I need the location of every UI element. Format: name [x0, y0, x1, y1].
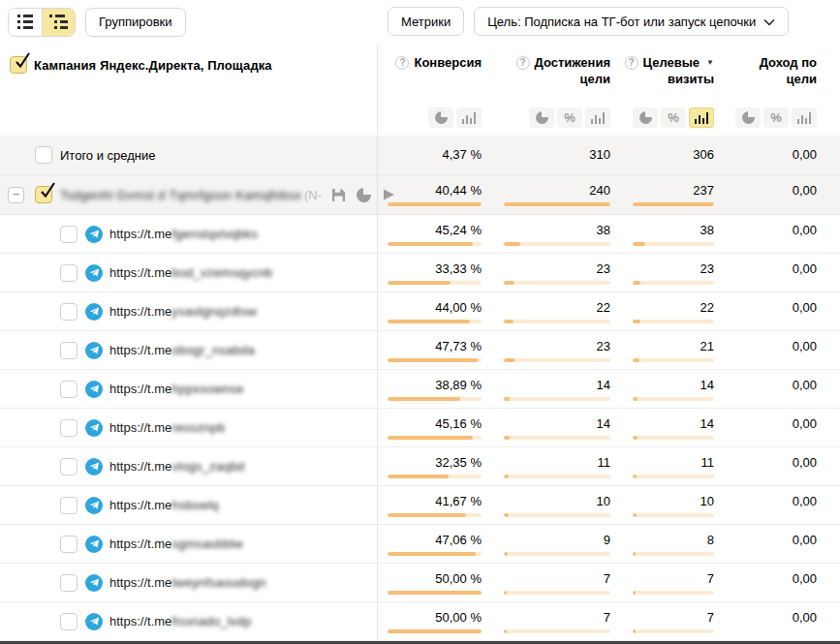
toolbar: Группировки Метрики Цель: Подписка на ТГ…: [0, 0, 840, 44]
percent-toggle[interactable]: %: [763, 107, 789, 128]
column-title[interactable]: Целевые: [643, 54, 700, 71]
percent-toggle[interactable]: %: [661, 107, 686, 128]
metrica-report: Группировки Метрики Цель: Подписка на ТГ…: [0, 0, 840, 644]
row-checkbox[interactable]: [60, 419, 78, 437]
column-title[interactable]: Достижения: [535, 54, 610, 71]
goal-visits-value: 23: [700, 261, 714, 277]
help-icon[interactable]: ?: [516, 56, 530, 70]
telegram-icon: [85, 497, 103, 514]
check-icon: [13, 52, 31, 71]
pie-chart-toggle[interactable]: [633, 107, 658, 128]
column-title-line2[interactable]: визиты: [668, 71, 714, 87]
platform-link[interactable]: https://t.meysaolgnqzdtsw: [109, 304, 257, 319]
goal-visits-value: 306: [693, 147, 714, 163]
totals-checkbox[interactable]: [35, 146, 52, 164]
bar-chart-toggle[interactable]: [456, 107, 482, 128]
conversion-value: 47,06 %: [435, 533, 482, 548]
conversion-value: 45,24 %: [435, 223, 482, 238]
percent-toggle[interactable]: %: [557, 107, 582, 128]
value-bar: [633, 242, 714, 246]
pie-chart-toggle[interactable]: [428, 107, 453, 128]
table-row: https://t.mesgmsasbblw 47,06 % 9 8 0,00: [0, 525, 840, 564]
groupings-button[interactable]: Группировки: [85, 8, 186, 37]
goal-visits-value: 237: [693, 183, 714, 199]
table-row: https://t.mebod_vzemsqycnb 33,33 % 23 23…: [0, 254, 840, 292]
column-header-conversion: ?Конверсия: [378, 44, 491, 136]
row-checkbox[interactable]: [60, 458, 78, 475]
totals-label: Итого и средние: [60, 148, 155, 163]
row-checkbox[interactable]: [60, 342, 78, 359]
goal-reaches-value: 14: [597, 378, 610, 393]
column-title[interactable]: Конверсия: [414, 54, 482, 71]
platform-link[interactable]: https://t.mefgenstqxlvqbks: [109, 227, 258, 241]
metrics-button[interactable]: Метрики: [388, 7, 464, 36]
bar-chart-toggle[interactable]: [792, 107, 817, 128]
value-bar: [633, 629, 714, 633]
row-checkbox[interactable]: [60, 303, 78, 321]
goal-visits-value: 7: [707, 610, 714, 626]
goal-selector[interactable]: Цель: Подписка на ТГ-бот или запуск цепо…: [474, 7, 789, 36]
pie-chart-icon[interactable]: [357, 188, 371, 202]
conversion-value: 50,00 %: [435, 571, 482, 587]
value-bar: [504, 202, 610, 206]
conversion-value: 50,00 %: [435, 610, 482, 626]
row-checkbox[interactable]: [60, 226, 78, 243]
row-checkbox[interactable]: [60, 264, 78, 282]
revenue-value: 0,00: [793, 610, 817, 626]
help-icon[interactable]: ?: [625, 56, 638, 70]
platform-link[interactable]: https://t.meobogr_nsabda: [109, 343, 255, 357]
revenue-value: 0,00: [793, 261, 817, 277]
column-title-line2[interactable]: цели: [787, 71, 817, 87]
row-checkbox[interactable]: [60, 574, 78, 592]
group-checkbox[interactable]: [35, 186, 52, 203]
column-header-goal-visits: ?Целевые▼визиты%: [620, 44, 724, 136]
column-title-line2[interactable]: цели: [580, 71, 610, 87]
revenue-value: 0,00: [793, 571, 817, 587]
value-bar: [633, 358, 714, 362]
column-header-goal-reaches: ?Достиженияцели%: [491, 44, 620, 136]
goal-visits-value: 21: [700, 339, 714, 354]
goal-reaches-value: 23: [597, 339, 610, 354]
row-checkbox[interactable]: [60, 497, 78, 514]
revenue-value: 0,00: [793, 339, 817, 354]
row-checkbox[interactable]: [60, 613, 78, 630]
revenue-value: 0,00: [793, 183, 817, 199]
save-icon[interactable]: [331, 188, 346, 202]
value-bar: [388, 475, 482, 478]
campaign-name-suffix: (N-: [304, 188, 322, 202]
bar-chart-toggle[interactable]: [689, 107, 714, 128]
pie-chart-toggle[interactable]: [529, 107, 554, 128]
select-all-checkbox[interactable]: [10, 56, 27, 74]
platform-link[interactable]: https://t.mehppxsownse: [109, 382, 244, 396]
pie-chart-toggle[interactable]: [735, 107, 761, 128]
value-bar: [633, 436, 714, 440]
collapse-button[interactable]: −: [8, 187, 24, 203]
revenue-value: 0,00: [793, 378, 817, 393]
conversion-value: 32,35 %: [435, 455, 482, 471]
platform-link[interactable]: https://t.mevlogs_zaqbd: [109, 459, 245, 474]
help-icon[interactable]: ?: [395, 56, 409, 70]
goal-visits-value: 8: [707, 533, 714, 548]
platform-link[interactable]: https://t.mereosznpb: [109, 420, 225, 435]
row-checkbox[interactable]: [60, 536, 78, 553]
platform-link[interactable]: https://t.mebod_vzemsqycnb: [109, 265, 272, 280]
platform-link[interactable]: https://t.metweynfsaoudogn: [109, 575, 266, 590]
goal-reaches-value: 11: [598, 455, 611, 471]
platform-link[interactable]: https://t.mehsbswlq: [109, 498, 219, 512]
column-title[interactable]: Доход по: [760, 54, 817, 71]
platform-link[interactable]: https://t.mesgmsasbblw: [109, 537, 243, 551]
conversion-value: 4,37 %: [443, 147, 482, 163]
bar-chart-toggle[interactable]: [585, 107, 610, 128]
flat-list-view-button[interactable]: [9, 9, 42, 36]
goal-reaches-value: 10: [597, 494, 610, 509]
goal-selector-label: Цель: Подписка на ТГ-бот или запуск цепо…: [487, 15, 756, 29]
goal-reaches-value: 240: [589, 183, 610, 199]
telegram-icon: [85, 264, 103, 282]
row-checkbox[interactable]: [60, 381, 78, 398]
platform-link[interactable]: https://t.mefissnado_lvdp: [109, 614, 251, 629]
revenue-value: 0,00: [793, 494, 817, 509]
value-bar: [388, 397, 482, 401]
campaign-name-masked[interactable]: Tsdgenhl Gvmst d Tqmrfgson Kamqfnbsx: [60, 188, 301, 202]
revenue-value: 0,00: [793, 533, 817, 548]
tree-view-button[interactable]: [42, 9, 75, 36]
